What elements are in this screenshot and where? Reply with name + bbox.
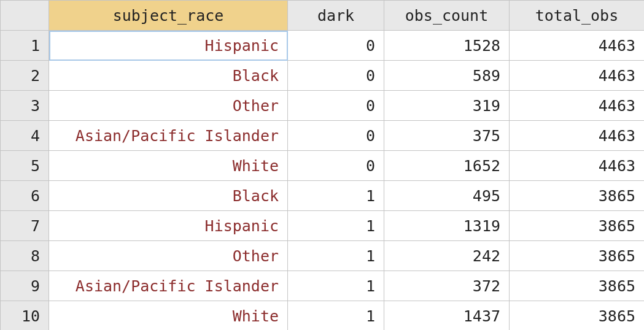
- row-number[interactable]: 5: [1, 151, 49, 181]
- cell-total-obs[interactable]: 4463: [510, 151, 645, 181]
- cell-dark[interactable]: 1: [288, 271, 384, 301]
- column-header-dark[interactable]: dark: [288, 1, 384, 31]
- cell-dark[interactable]: 0: [288, 91, 384, 121]
- row-number[interactable]: 2: [1, 61, 49, 91]
- table-row: 6 Black 1 495 3865: [1, 181, 645, 211]
- cell-obs-count[interactable]: 372: [384, 271, 510, 301]
- cell-total-obs[interactable]: 3865: [510, 301, 645, 331]
- cell-obs-count[interactable]: 589: [384, 61, 510, 91]
- data-table: subject_race dark obs_count total_obs 1 …: [0, 0, 644, 330]
- cell-subject-race[interactable]: Asian/Pacific Islander: [49, 271, 288, 301]
- cell-subject-race[interactable]: White: [49, 151, 288, 181]
- cell-total-obs[interactable]: 3865: [510, 241, 645, 271]
- cell-dark[interactable]: 0: [288, 151, 384, 181]
- row-number[interactable]: 10: [1, 301, 49, 331]
- table-row: 1 Hispanic 0 1528 4463: [1, 31, 645, 61]
- table-row: 3 Other 0 319 4463: [1, 91, 645, 121]
- cell-subject-race[interactable]: Black: [49, 61, 288, 91]
- cell-obs-count[interactable]: 495: [384, 181, 510, 211]
- cell-subject-race[interactable]: Asian/Pacific Islander: [49, 121, 288, 151]
- cell-subject-race[interactable]: White: [49, 301, 288, 331]
- cell-subject-race[interactable]: Other: [49, 91, 288, 121]
- cell-obs-count[interactable]: 1319: [384, 211, 510, 241]
- cell-subject-race[interactable]: Hispanic: [49, 211, 288, 241]
- table-row: 10 White 1 1437 3865: [1, 301, 645, 331]
- cell-obs-count[interactable]: 242: [384, 241, 510, 271]
- cell-dark[interactable]: 1: [288, 211, 384, 241]
- row-number[interactable]: 3: [1, 91, 49, 121]
- table-row: 5 White 0 1652 4463: [1, 151, 645, 181]
- cell-obs-count[interactable]: 1652: [384, 151, 510, 181]
- cell-dark[interactable]: 0: [288, 121, 384, 151]
- cell-obs-count[interactable]: 1528: [384, 31, 510, 61]
- cell-total-obs[interactable]: 4463: [510, 61, 645, 91]
- cell-total-obs[interactable]: 3865: [510, 271, 645, 301]
- table-row: 8 Other 1 242 3865: [1, 241, 645, 271]
- column-header-total-obs[interactable]: total_obs: [510, 1, 645, 31]
- row-number[interactable]: 9: [1, 271, 49, 301]
- row-number[interactable]: 4: [1, 121, 49, 151]
- cell-total-obs[interactable]: 4463: [510, 91, 645, 121]
- column-header-subject-race[interactable]: subject_race: [49, 1, 288, 31]
- cell-subject-race[interactable]: Black: [49, 181, 288, 211]
- table-row: 9 Asian/Pacific Islander 1 372 3865: [1, 271, 645, 301]
- cell-subject-race[interactable]: Hispanic: [49, 31, 288, 61]
- cell-dark[interactable]: 1: [288, 241, 384, 271]
- cell-total-obs[interactable]: 3865: [510, 211, 645, 241]
- row-number-header[interactable]: [1, 1, 49, 31]
- row-number[interactable]: 7: [1, 211, 49, 241]
- column-header-obs-count[interactable]: obs_count: [384, 1, 510, 31]
- cell-obs-count[interactable]: 1437: [384, 301, 510, 331]
- cell-subject-race[interactable]: Other: [49, 241, 288, 271]
- row-number[interactable]: 8: [1, 241, 49, 271]
- cell-dark[interactable]: 1: [288, 301, 384, 331]
- header-row: subject_race dark obs_count total_obs: [1, 1, 645, 31]
- cell-dark[interactable]: 0: [288, 61, 384, 91]
- row-number[interactable]: 6: [1, 181, 49, 211]
- cell-dark[interactable]: 0: [288, 31, 384, 61]
- cell-dark[interactable]: 1: [288, 181, 384, 211]
- row-number[interactable]: 1: [1, 31, 49, 61]
- cell-total-obs[interactable]: 4463: [510, 121, 645, 151]
- table-row: 4 Asian/Pacific Islander 0 375 4463: [1, 121, 645, 151]
- cell-total-obs[interactable]: 4463: [510, 31, 645, 61]
- cell-obs-count[interactable]: 319: [384, 91, 510, 121]
- cell-obs-count[interactable]: 375: [384, 121, 510, 151]
- cell-total-obs[interactable]: 3865: [510, 181, 645, 211]
- table-row: 2 Black 0 589 4463: [1, 61, 645, 91]
- table-row: 7 Hispanic 1 1319 3865: [1, 211, 645, 241]
- table-body: 1 Hispanic 0 1528 4463 2 Black 0 589 446…: [1, 31, 645, 331]
